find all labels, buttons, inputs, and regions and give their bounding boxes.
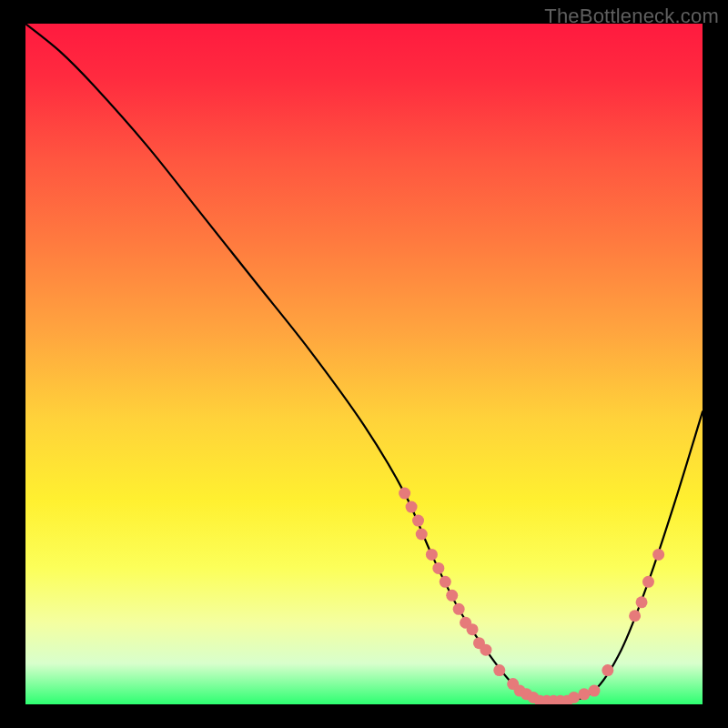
curve-marker: [432, 562, 444, 574]
chart-gradient-area: [25, 24, 703, 704]
curve-marker: [629, 610, 641, 622]
curve-marker: [399, 488, 410, 500]
curve-marker: [446, 590, 458, 602]
curve-marker: [440, 576, 451, 588]
watermark-text: TheBottleneck.com: [544, 5, 719, 28]
curve-marker: [406, 501, 418, 513]
curve-marker: [652, 549, 664, 561]
curve-marker: [493, 664, 505, 676]
curve-marker: [426, 549, 438, 561]
curve-marker: [588, 685, 600, 697]
curve-marker: [416, 529, 428, 541]
curve-marker: [642, 576, 654, 588]
curve-marker: [578, 688, 590, 700]
curve-marker: [480, 644, 491, 656]
curve-marker: [636, 596, 648, 608]
curve-marker: [453, 603, 465, 615]
curve-markers: [399, 488, 664, 704]
curve-marker: [412, 515, 424, 527]
chart-svg: [25, 24, 703, 704]
curve-marker: [568, 692, 580, 703]
curve-marker: [602, 664, 613, 676]
bottleneck-curve: [25, 24, 703, 703]
curve-marker: [467, 623, 479, 635]
